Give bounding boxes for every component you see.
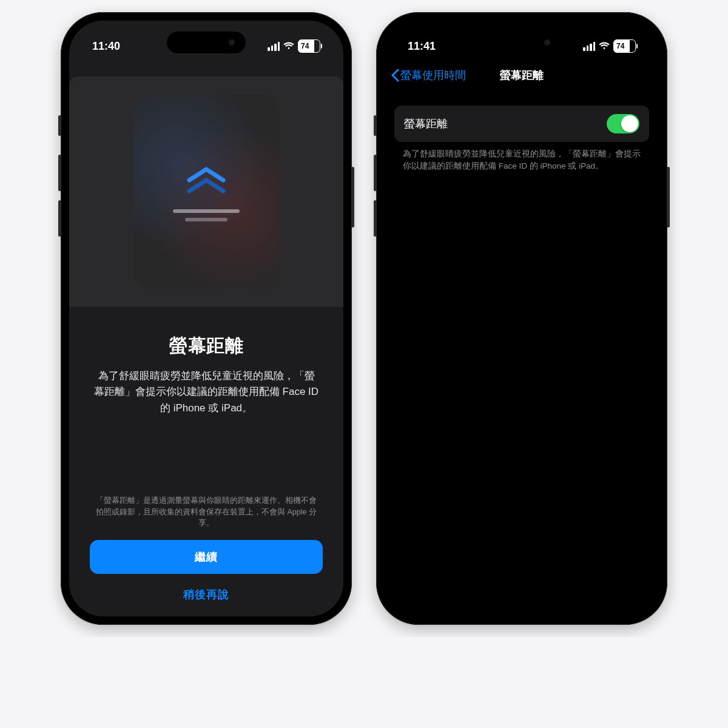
power-button <box>667 167 670 228</box>
wifi-icon <box>283 42 294 50</box>
volume-up <box>374 155 377 191</box>
battery-indicator: 74 <box>298 39 320 53</box>
power-button <box>351 167 354 228</box>
distance-chevrons-icon <box>184 162 228 201</box>
phone-left: 11:40 74 <box>61 12 352 625</box>
wifi-icon <box>599 42 610 50</box>
dynamic-island <box>167 32 246 53</box>
continue-button[interactable]: 繼續 <box>90 540 323 574</box>
toggle-knob <box>621 115 638 132</box>
cellular-icon <box>268 42 280 51</box>
onboarding-sheet: 螢幕距離 為了舒緩眼睛疲勞並降低兒童近視的風險，「螢幕距離」會提示你以建議的距離… <box>69 76 343 616</box>
nav-title: 螢幕距離 <box>500 68 544 83</box>
hero-area <box>69 76 343 307</box>
back-label: 螢幕使用時間 <box>400 68 466 83</box>
onboarding-description: 為了舒緩眼睛疲勞並降低兒童近視的風險，「螢幕距離」會提示你以建議的距離使用配備 … <box>90 368 323 416</box>
screen-distance-row[interactable]: 螢幕距離 <box>394 106 649 142</box>
hero-illustration <box>133 95 279 289</box>
later-button[interactable]: 稍後再說 <box>90 579 323 605</box>
mute-switch <box>58 115 61 136</box>
dynamic-island <box>482 32 561 53</box>
cellular-icon <box>583 42 595 51</box>
hero-text-placeholder <box>173 209 240 221</box>
battery-indicator: 74 <box>613 39 636 53</box>
mute-switch <box>374 115 377 136</box>
screen-distance-toggle[interactable] <box>607 114 639 133</box>
section-footer: 為了舒緩眼睛疲勞並降低兒童近視的風險，「螢幕距離」會提示你以建議的距離使用配備 … <box>394 142 649 173</box>
privacy-footnote: 「螢幕距離」是透過測量螢幕與你眼睛的距離來運作。相機不會拍照或錄影，且所收集的資… <box>90 495 323 529</box>
volume-up <box>58 155 61 191</box>
volume-down <box>58 200 61 237</box>
onboarding-title: 螢幕距離 <box>90 334 323 359</box>
status-time: 11:41 <box>408 40 436 53</box>
toggle-label: 螢幕距離 <box>404 116 448 131</box>
status-time: 11:40 <box>92 40 120 53</box>
phone-right: 11:41 74 螢幕使用時間 螢幕距離 螢幕距離 <box>376 12 667 625</box>
volume-down <box>374 200 377 237</box>
chevron-left-icon <box>391 69 399 82</box>
